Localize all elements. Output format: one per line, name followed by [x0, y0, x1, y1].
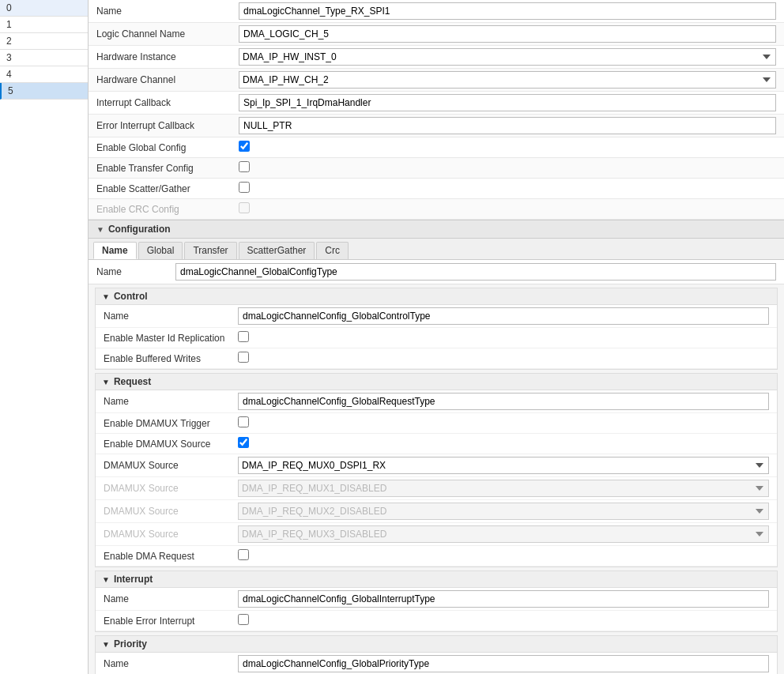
- name-label: Name: [96, 6, 239, 17]
- enable-crc-row: Enable CRC Config: [89, 199, 784, 220]
- sidebar-item-5[interactable]: 5: [0, 83, 88, 100]
- sidebar-item-2[interactable]: 2: [0, 33, 88, 50]
- logic-channel-input[interactable]: [239, 25, 776, 43]
- control-buffered-writes-row: Enable Buffered Writes: [96, 348, 777, 369]
- request-label: Request: [114, 376, 151, 387]
- enable-transfer-row: Enable Transfer Config: [89, 158, 784, 179]
- enable-global-checkbox[interactable]: [239, 141, 250, 152]
- dmamux-source-3-label: DMAMUX Source: [104, 529, 238, 540]
- priority-name-label: Name: [104, 658, 238, 669]
- logic-channel-row: Logic Channel Name: [89, 23, 784, 46]
- configuration-header: ▼ Configuration: [89, 220, 784, 239]
- priority-label: Priority: [114, 638, 147, 650]
- hw-channel-row: Hardware Channel DMA_IP_HW_CH_2: [89, 69, 784, 92]
- enable-error-interrupt-checkbox[interactable]: [238, 614, 249, 625]
- dmamux-source-2-select[interactable]: DMA_IP_REQ_MUX2_DISABLED: [238, 503, 769, 520]
- priority-arrow-icon: ▼: [102, 640, 110, 649]
- hw-instance-select[interactable]: DMA_IP_HW_INST_0: [239, 48, 776, 66]
- control-header: ▼ Control: [96, 288, 777, 305]
- enable-scatter-checkbox[interactable]: [239, 182, 250, 193]
- sidebar-item-0[interactable]: 0: [0, 0, 88, 17]
- error-interrupt-row: Error Interrupt Callback: [89, 115, 784, 137]
- enable-crc-label: Enable CRC Config: [96, 204, 239, 215]
- enable-error-interrupt-row: Enable Error Interrupt: [96, 611, 777, 631]
- enable-scatter-row: Enable Scatter/Gather: [89, 179, 784, 199]
- configuration-section: ▼ Configuration Name Global Transfer Sca…: [89, 220, 784, 674]
- tab-scatter-gather[interactable]: ScatterGather: [239, 242, 315, 259]
- interrupt-name-input[interactable]: [238, 590, 769, 608]
- tab-name[interactable]: Name: [93, 242, 137, 259]
- sidebar: 012345: [0, 0, 89, 674]
- name-input[interactable]: [239, 2, 776, 20]
- interrupt-callback-row: Interrupt Callback: [89, 92, 784, 115]
- priority-subsection: ▼ Priority Name Group Priority DMA_IP_GR…: [95, 635, 778, 674]
- configuration-label: Configuration: [108, 224, 171, 235]
- priority-name-row: Name: [96, 653, 777, 674]
- request-header: ▼ Request: [96, 374, 777, 390]
- dmamux-source-0-select[interactable]: DMA_IP_REQ_MUX0_DSPI1_RX: [238, 457, 769, 474]
- request-arrow-icon: ▼: [102, 378, 110, 386]
- enable-dma-request-checkbox[interactable]: [238, 549, 249, 560]
- config-arrow-icon: ▼: [96, 225, 104, 234]
- enable-global-label: Enable Global Config: [96, 142, 239, 153]
- main-content: Name Logic Channel Name Hardware Instanc…: [89, 0, 784, 674]
- logic-channel-label: Logic Channel Name: [96, 28, 239, 40]
- enable-crc-checkbox[interactable]: [239, 202, 250, 213]
- control-name-label: Name: [104, 311, 238, 322]
- control-label: Control: [114, 291, 148, 302]
- enable-scatter-label: Enable Scatter/Gather: [96, 183, 239, 194]
- enable-transfer-label: Enable Transfer Config: [96, 163, 239, 174]
- request-name-input[interactable]: [238, 393, 769, 410]
- dmamux-source-enable-checkbox[interactable]: [238, 437, 249, 448]
- interrupt-callback-label: Interrupt Callback: [96, 97, 239, 108]
- dmamux-source-2-row: DMAMUX Source DMA_IP_REQ_MUX2_DISABLED: [96, 500, 777, 523]
- tabs-bar: Name Global Transfer ScatterGather Crc: [89, 239, 784, 260]
- dmamux-source-3-select[interactable]: DMA_IP_REQ_MUX3_DISABLED: [238, 525, 769, 543]
- interrupt-label: Interrupt: [114, 574, 153, 585]
- sidebar-item-4[interactable]: 4: [0, 66, 88, 83]
- enable-dma-request-row: Enable DMA Request: [96, 546, 777, 567]
- dmamux-trigger-label: Enable DMAMUX Trigger: [104, 418, 238, 429]
- control-buffered-writes-checkbox[interactable]: [238, 352, 249, 363]
- tab-global[interactable]: Global: [138, 242, 183, 259]
- request-name-label: Name: [104, 396, 238, 407]
- control-master-id-checkbox[interactable]: [238, 331, 249, 342]
- hw-channel-label: Hardware Channel: [96, 74, 239, 85]
- control-name-input[interactable]: [238, 307, 769, 325]
- config-name-row: Name: [89, 260, 784, 284]
- enable-error-interrupt-label: Enable Error Interrupt: [104, 616, 238, 627]
- config-name-label: Name: [96, 266, 175, 277]
- config-name-input[interactable]: [175, 263, 776, 281]
- tab-transfer[interactable]: Transfer: [184, 242, 236, 259]
- interrupt-subsection: ▼ Interrupt Name Enable Error Interrupt: [95, 570, 778, 632]
- dmamux-source-0-row: DMAMUX Source DMA_IP_REQ_MUX0_DSPI1_RX: [96, 454, 777, 477]
- interrupt-callback-input[interactable]: [239, 94, 776, 111]
- enable-dma-request-label: Enable DMA Request: [104, 551, 238, 562]
- hw-channel-select[interactable]: DMA_IP_HW_CH_2: [239, 71, 776, 88]
- control-buffered-writes-label: Enable Buffered Writes: [104, 353, 238, 364]
- name-value-container: [239, 2, 776, 20]
- error-interrupt-input[interactable]: [239, 117, 776, 134]
- dmamux-source-3-row: DMAMUX Source DMA_IP_REQ_MUX3_DISABLED: [96, 523, 777, 546]
- dmamux-trigger-row: Enable DMAMUX Trigger: [96, 413, 777, 434]
- interrupt-arrow-icon: ▼: [102, 575, 110, 584]
- request-subsection: ▼ Request Name Enable DMAMUX Trigger Ena…: [95, 373, 778, 567]
- interrupt-name-label: Name: [104, 593, 238, 604]
- interrupt-name-row: Name: [96, 588, 777, 611]
- hw-instance-row: Hardware Instance DMA_IP_HW_INST_0: [89, 46, 784, 69]
- dmamux-source-0-label: DMAMUX Source: [104, 460, 238, 471]
- sidebar-item-3[interactable]: 3: [0, 50, 88, 66]
- enable-global-row: Enable Global Config: [89, 137, 784, 158]
- priority-name-input[interactable]: [238, 655, 769, 672]
- sidebar-item-1[interactable]: 1: [0, 17, 88, 33]
- dmamux-source-1-row: DMAMUX Source DMA_IP_REQ_MUX1_DISABLED: [96, 477, 777, 500]
- enable-transfer-checkbox[interactable]: [239, 161, 250, 172]
- dmamux-trigger-checkbox[interactable]: [238, 416, 249, 427]
- name-row: Name: [89, 0, 784, 23]
- control-subsection: ▼ Control Name Enable Master Id Replicat…: [95, 288, 778, 370]
- control-arrow-icon: ▼: [102, 292, 110, 301]
- dmamux-source-1-select[interactable]: DMA_IP_REQ_MUX1_DISABLED: [238, 480, 769, 497]
- tab-crc[interactable]: Crc: [316, 242, 349, 259]
- request-name-row: Name: [96, 390, 777, 413]
- hw-instance-label: Hardware Instance: [96, 51, 239, 62]
